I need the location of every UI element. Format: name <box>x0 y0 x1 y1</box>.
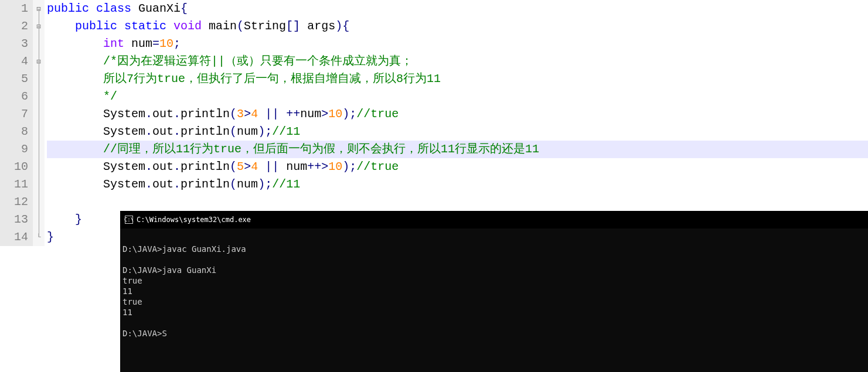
code-line-1[interactable]: public class GuanXi{ <box>47 0 868 18</box>
code-line-3[interactable]: int num=10; <box>47 35 868 53</box>
fold-end-icon: └ <box>33 228 45 246</box>
code-editor[interactable]: 1 2 3 4 5 6 7 8 9 10 11 12 13 14 ⊟ ⊟ ⊟ └… <box>0 0 868 246</box>
code-line-6[interactable]: */ <box>47 88 868 105</box>
code-line-9-current[interactable]: //同理，所以11行为true，但后面一句为假，则不会执行，所以11行显示的还是… <box>47 141 868 158</box>
code-line-7[interactable]: System.out.println(3>4 || ++num>10);//tr… <box>47 105 868 123</box>
fold-gutter: ⊟ ⊟ ⊟ └ <box>33 0 45 246</box>
fold-guide <box>33 105 45 123</box>
code-line-4[interactable]: /*因为在逻辑运算符||（或）只要有一个条件成立就为真； <box>47 53 868 70</box>
line-number: 14 <box>0 228 28 246</box>
line-number: 10 <box>0 158 28 176</box>
code-line-12[interactable] <box>47 193 868 211</box>
fold-minus-icon[interactable]: ⊟ <box>33 53 45 70</box>
fold-guide <box>33 88 45 105</box>
fold-guide <box>33 158 45 176</box>
fold-guide <box>33 211 45 228</box>
line-number-gutter: 1 2 3 4 5 6 7 8 9 10 11 12 13 14 <box>0 0 33 246</box>
cmd-terminal[interactable]: C:\ C:\Windows\system32\cmd.exe D:\JAVA>… <box>120 211 868 372</box>
cmd-icon: C:\ <box>125 216 133 224</box>
terminal-title-text: C:\Windows\system32\cmd.exe <box>137 216 251 224</box>
line-number: 6 <box>0 88 28 105</box>
line-number: 8 <box>0 123 28 141</box>
fold-guide <box>33 123 45 141</box>
fold-minus-icon[interactable]: ⊟ <box>33 0 45 18</box>
line-number: 12 <box>0 193 28 211</box>
terminal-output[interactable]: D:\JAVA>javac GuanXi.java D:\JAVA>java G… <box>120 228 868 343</box>
code-line-2[interactable]: public static void main(String[] args){ <box>47 18 868 35</box>
code-line-8[interactable]: System.out.println(num);//11 <box>47 123 868 141</box>
line-number: 3 <box>0 35 28 53</box>
code-line-10[interactable]: System.out.println(5>4 || num++>10);//tr… <box>47 158 868 176</box>
line-number: 4 <box>0 53 28 70</box>
fold-guide <box>33 176 45 193</box>
line-number: 5 <box>0 70 28 88</box>
fold-minus-icon[interactable]: ⊟ <box>33 18 45 35</box>
line-number: 7 <box>0 105 28 123</box>
fold-guide <box>33 70 45 88</box>
line-number: 1 <box>0 0 28 18</box>
line-number: 11 <box>0 176 28 193</box>
code-area[interactable]: public class GuanXi{ public static void … <box>45 0 868 246</box>
code-line-5[interactable]: 所以7行为true，但执行了后一句，根据自增自减，所以8行为11 <box>47 70 868 88</box>
fold-guide <box>33 35 45 53</box>
line-number: 2 <box>0 18 28 35</box>
code-line-11[interactable]: System.out.println(num);//11 <box>47 176 868 193</box>
line-number: 9 <box>0 141 28 158</box>
fold-guide <box>33 141 45 158</box>
terminal-titlebar[interactable]: C:\ C:\Windows\system32\cmd.exe <box>120 211 868 228</box>
fold-guide <box>33 193 45 211</box>
line-number: 13 <box>0 211 28 228</box>
